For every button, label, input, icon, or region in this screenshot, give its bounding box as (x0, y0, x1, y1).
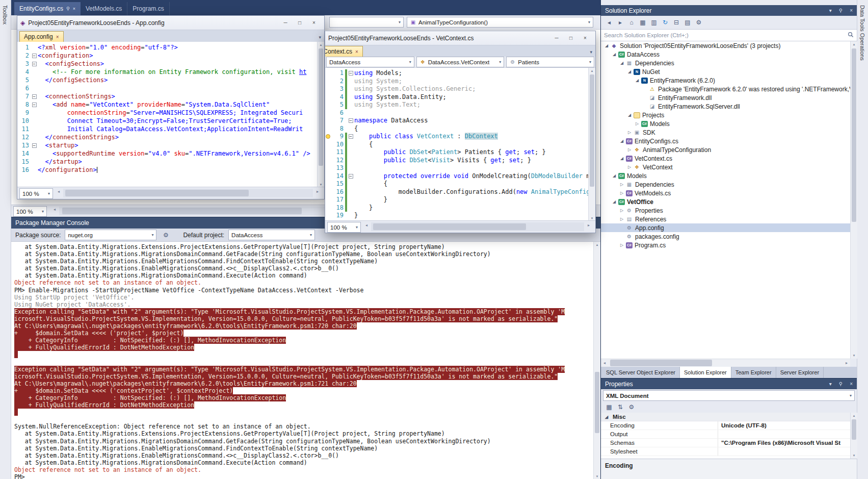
tree-item[interactable]: ▷▤References (601, 215, 850, 223)
tree-item[interactable]: ◢NEntityFramework (6.2.0) (601, 76, 850, 85)
vetcontext-vertical-scrollbar[interactable]: ▴ ▾ (588, 68, 595, 221)
property-row[interactable]: Schemas"C:\Program Files (x86)\Microsoft… (601, 439, 850, 447)
fold-collapse-icon[interactable]: − (32, 62, 37, 66)
tree-item[interactable]: ◪EntityFramework.dll (601, 93, 850, 102)
code-line[interactable]: 12 </connectionStrings> (17, 133, 317, 141)
document-list-icon[interactable]: ▾ (590, 49, 595, 57)
code-line[interactable]: 19} (325, 212, 588, 220)
code-line[interactable]: 7−namespace DataAccess (325, 117, 588, 125)
code-line[interactable]: 9− public class VetContext : DbContext (325, 133, 588, 141)
close-button[interactable]: × (578, 35, 592, 41)
code-line[interactable]: 5 </configSections> (17, 76, 317, 84)
scrollbar-thumb[interactable] (319, 48, 323, 166)
code-line[interactable]: 14 <supportedRuntime version="v4.0" sku=… (17, 149, 317, 158)
package-source-combo[interactable]: nuget.org ▾ (65, 230, 156, 240)
expander-icon[interactable]: ◢ (611, 199, 618, 204)
expander-icon[interactable]: ▷ (618, 208, 625, 213)
tree-item[interactable]: ◢C#VetOffice (601, 197, 850, 206)
appconfig-code[interactable]: 1<?xml version="1.0" encoding="utf-8"?>2… (17, 42, 317, 188)
panel-tab[interactable]: Solution Explorer (680, 367, 731, 378)
scrollbar-thumb[interactable] (595, 372, 599, 433)
expander-icon[interactable]: ◢ (603, 43, 610, 48)
fold-collapse-icon[interactable]: − (32, 54, 37, 58)
expander-icon[interactable]: ◢ (626, 69, 633, 74)
scroll-up-icon[interactable]: ▴ (851, 413, 857, 419)
property-row[interactable]: Output (601, 430, 850, 439)
properties-title-bar[interactable]: Properties ▾ ⚲ × (601, 379, 857, 389)
code-line[interactable]: 17 } (325, 196, 588, 204)
scroll-left-icon[interactable]: ◂ (601, 359, 608, 367)
code-line[interactable]: 1<?xml version="1.0" encoding="utf-8"?> (17, 43, 317, 52)
tree-item[interactable]: ◢▦Dependencies (601, 59, 850, 67)
pin-icon[interactable]: ⚲ (839, 381, 843, 387)
expander-icon[interactable]: ▷ (634, 121, 641, 126)
panel-tab[interactable]: Server Explorer (776, 367, 824, 378)
code-line[interactable]: 9 connectionString="Server=MANISHCIS\SQL… (17, 109, 317, 117)
zoom-combo[interactable]: 100 % ▾ (327, 222, 361, 233)
forward-icon[interactable]: ▸ (615, 19, 625, 26)
tree-item[interactable]: ▷C#VetModels.cs (601, 189, 850, 197)
toolbox-tab-label[interactable]: Toolbox (2, 5, 8, 24)
code-line[interactable]: 3− <configSections> (17, 60, 317, 68)
scrollbar-thumb[interactable] (852, 419, 856, 440)
code-line[interactable]: 2−<configuration> (17, 52, 317, 60)
scroll-right-icon[interactable]: ▸ (314, 187, 321, 196)
scrollbar-thumb[interactable] (62, 208, 302, 214)
home-icon[interactable]: ⌂ (626, 19, 637, 26)
navbar-member-combo[interactable]: ▣ AnimalTypeConfiguration() ▾ (407, 17, 593, 28)
code-line[interactable]: 12 public DbSet<Visit> Visits { get; set… (325, 157, 588, 165)
panel-tab[interactable]: Team Explorer (731, 367, 776, 378)
fold-collapse-icon[interactable]: − (32, 143, 37, 148)
scroll-left-icon[interactable]: ◂ (363, 221, 370, 230)
nav-combo[interactable]: ❖DataAccess.VetContext▾ (416, 57, 505, 67)
properties-object-combo[interactable]: XML Document ▾ (603, 390, 855, 401)
right-tab-label[interactable]: Data Tools Operations (859, 5, 865, 61)
scrollbar-thumb[interactable] (373, 223, 526, 230)
code-line[interactable]: 6 (17, 84, 317, 92)
zoom-combo[interactable]: 100 % ▾ (19, 188, 53, 199)
code-line[interactable]: 11 Initial Catalog=DataAccess.VetContext… (17, 125, 317, 133)
close-button[interactable]: × (307, 20, 321, 26)
minimize-button[interactable]: ─ (278, 20, 293, 26)
code-line[interactable]: 6 (325, 109, 588, 117)
fold-collapse-icon[interactable]: − (32, 94, 37, 99)
lightbulb-icon[interactable] (326, 134, 330, 139)
tree-item[interactable]: ▷C#Models (601, 119, 850, 128)
fold-margin[interactable]: − (347, 172, 354, 181)
pending-changes-filter-icon[interactable]: ▥ (649, 19, 659, 26)
close-icon[interactable]: × (355, 49, 358, 55)
scrollbar-thumb[interactable] (590, 74, 594, 187)
code-line[interactable]: 16 modelBuilder.Configurations.Add(new A… (325, 188, 588, 196)
code-line[interactable]: 8− <add name="VetContext" providerName="… (17, 100, 317, 109)
close-icon[interactable]: × (850, 8, 853, 13)
fold-collapse-icon[interactable]: − (32, 103, 37, 107)
expander-icon[interactable]: ▷ (626, 147, 633, 152)
property-pages-icon[interactable]: ⚙ (626, 404, 637, 411)
scroll-up-icon[interactable]: ▴ (589, 68, 595, 74)
close-icon[interactable]: × (73, 6, 75, 11)
default-project-combo[interactable]: DataAccess ▾ (228, 230, 315, 240)
tree-item[interactable]: ▷⚙Properties (601, 206, 850, 215)
fold-margin[interactable]: − (347, 133, 354, 141)
tree-item[interactable]: ⚙packages.config (601, 232, 850, 241)
vetcontext-document-tab[interactable]: VetContext.cs × (325, 46, 363, 57)
expander-icon[interactable]: ◢ (618, 61, 625, 65)
tree-item[interactable]: ▷C#Program.cs (601, 241, 850, 249)
fold-margin[interactable]: − (31, 60, 38, 68)
fold-margin[interactable]: − (31, 92, 38, 100)
expander-icon[interactable]: ◢ (618, 139, 625, 143)
close-icon[interactable]: × (850, 381, 853, 387)
code-line[interactable]: 15 </startup> (17, 158, 317, 166)
property-category[interactable]: ◢ Misc (601, 413, 850, 421)
categorized-icon[interactable]: ▦ (604, 404, 614, 411)
tree-item[interactable]: ▷❖AnimalTypeConfiguration (601, 145, 850, 154)
code-line[interactable]: 16</configuration> (17, 166, 317, 174)
tree-item[interactable]: ◢◆Solution 'Project05EntityFrameworkLoos… (601, 41, 850, 50)
close-icon[interactable]: × (56, 34, 59, 40)
property-row[interactable]: EncodingUnicode (UTF-8) (601, 421, 850, 430)
console-vertical-scrollbar[interactable]: ▴ ▾ (593, 242, 600, 479)
tree-item[interactable]: ◢C#VetContext.cs (601, 154, 850, 163)
code-line[interactable]: 15 { (325, 180, 588, 188)
code-line[interactable]: 4using System.Data.Entity; (325, 93, 588, 102)
expander-icon[interactable]: ▷ (618, 182, 625, 187)
